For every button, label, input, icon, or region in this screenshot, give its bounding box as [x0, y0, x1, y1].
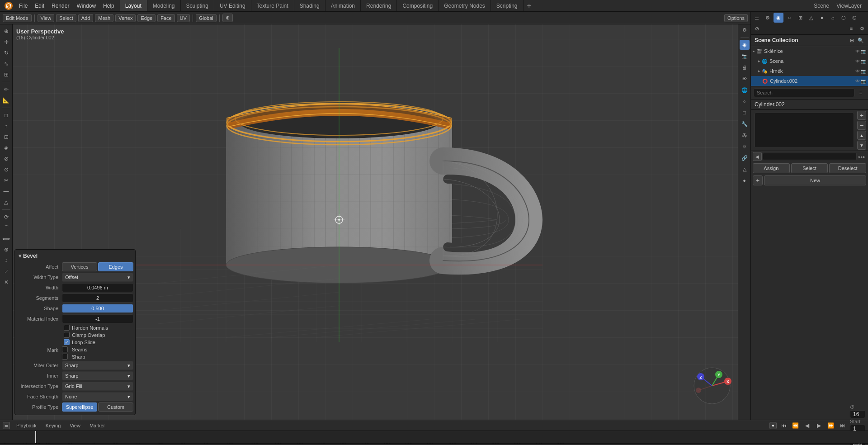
next-key-btn[interactable]: ⏩	[826, 421, 835, 430]
select-menu[interactable]: Select	[56, 14, 76, 22]
extrude-tool[interactable]: ↑	[1, 121, 11, 131]
filter-icon[interactable]: ⊞	[848, 37, 855, 44]
rp-icon-8[interactable]: ⌬	[849, 13, 859, 23]
view-props-btn[interactable]: 👁	[740, 74, 750, 84]
material-name-bar[interactable]	[763, 153, 857, 160]
scale-tool[interactable]: ⤡	[1, 59, 11, 69]
scena-eye-icon[interactable]: 👁	[855, 59, 860, 64]
new-material-plus-btn[interactable]: +	[753, 175, 763, 185]
object-props-btn[interactable]: □	[740, 108, 750, 118]
menu-window[interactable]: Window	[73, 2, 99, 10]
loop-cut-tool[interactable]: ⊘	[1, 154, 11, 164]
spin-tool[interactable]: ⟳	[1, 212, 11, 222]
rp-icon-settings[interactable]: ⚙	[857, 24, 867, 33]
scene-item-hrnek[interactable]: ▸ 🎭 Hrnék 👁 📷	[756, 66, 868, 76]
rip-tool[interactable]: ✕	[1, 277, 11, 287]
miter-inner-dropdown[interactable]: Sharp ▾	[62, 371, 133, 380]
materials-search-input[interactable]	[754, 88, 854, 97]
options-btn[interactable]: Options	[724, 14, 748, 22]
add-workspace-button[interactable]: +	[524, 0, 535, 11]
menu-render[interactable]: Render	[48, 2, 73, 10]
mat-prev-btn[interactable]: ◀	[753, 152, 762, 161]
smooth-tool[interactable]: ⌒	[1, 223, 11, 233]
bevel-tool[interactable]: ◈	[1, 143, 11, 153]
scene-item-sklenice[interactable]: ▸ 🎬 Sklénice 👁 📷	[751, 46, 868, 56]
modifier-props-btn[interactable]: 🔧	[740, 119, 750, 129]
prev-key-btn[interactable]: ⏪	[791, 421, 800, 430]
tab-texture-paint[interactable]: Texture Paint	[251, 0, 294, 11]
tab-uv-editing[interactable]: UV Editing	[214, 0, 251, 11]
assign-btn[interactable]: Assign	[753, 163, 790, 173]
shear-tool[interactable]: ⟋	[1, 266, 11, 276]
menu-edit[interactable]: Edit	[31, 2, 48, 10]
face-strength-dropdown[interactable]: None ▾	[62, 392, 133, 401]
move-up-btn[interactable]: ▲	[857, 131, 866, 140]
tab-layout[interactable]: Layout	[120, 0, 147, 11]
materials-filter-btn[interactable]: ≡	[856, 88, 865, 97]
menu-file[interactable]: File	[15, 2, 31, 10]
scene-props-btn[interactable]: 🌐	[740, 85, 750, 95]
new-material-btn[interactable]: New	[764, 175, 866, 185]
view-menu[interactable]: View	[38, 14, 55, 22]
edge-menu[interactable]: Edge	[137, 14, 156, 22]
push-pull-tool[interactable]: ↕	[1, 256, 11, 265]
timeline-track[interactable]: 0 10 16 20 30 40 50 60 70 80 90 100 110 …	[0, 431, 868, 445]
play-reverse-btn[interactable]: ◀	[803, 421, 812, 430]
hrnek-eye-icon[interactable]: 👁	[855, 69, 860, 74]
affect-edges-btn[interactable]: Edges	[98, 262, 133, 271]
mesh-menu[interactable]: Mesh	[95, 14, 113, 22]
rp-icon-3[interactable]: ⊞	[795, 13, 805, 23]
keying-menu[interactable]: Keying	[43, 422, 64, 429]
view-menu-tl[interactable]: View	[67, 422, 83, 429]
intersection-type-dropdown[interactable]: Grid Fill ▾	[62, 382, 133, 391]
segments-input[interactable]: 2	[62, 294, 133, 303]
tab-geometry-nodes[interactable]: Geometry Nodes	[439, 0, 491, 11]
playback-menu[interactable]: Playback	[14, 422, 39, 429]
world-props-btn[interactable]: ○	[740, 96, 750, 106]
select-btn[interactable]: Select	[791, 163, 828, 173]
profile-superellipse-btn[interactable]: Superellipse	[62, 402, 97, 412]
width-input[interactable]: 0.0496 m	[62, 283, 133, 292]
face-menu[interactable]: Face	[157, 14, 175, 22]
rp-icon-5[interactable]: ●	[817, 13, 827, 23]
transform-tool[interactable]: ⊞	[1, 70, 11, 80]
rotate-tool[interactable]: ↻	[1, 48, 11, 58]
miter-outer-dropdown[interactable]: Sharp ▾	[62, 361, 133, 370]
add-menu[interactable]: Add	[78, 14, 94, 22]
marker-menu[interactable]: Marker	[87, 422, 108, 429]
jump-end-btn[interactable]: ⏭	[838, 421, 847, 430]
tab-rendering[interactable]: Rendering	[361, 0, 397, 11]
tab-modeling[interactable]: Modeling	[147, 0, 181, 11]
tab-animation[interactable]: Animation	[326, 0, 361, 11]
rp-icon-filter[interactable]: ≡	[846, 24, 856, 33]
current-frame-display[interactable]: 16	[850, 410, 865, 418]
menu-help[interactable]: Help	[99, 2, 118, 10]
shape-input[interactable]: 0.500	[62, 304, 133, 313]
uv-menu[interactable]: UV	[177, 14, 190, 22]
add-slot-btn[interactable]: +	[857, 111, 866, 120]
mark-sharp-checkbox[interactable]	[62, 354, 68, 360]
object-data-btn[interactable]: △	[740, 164, 750, 174]
clamp-overlap-checkbox[interactable]	[64, 332, 70, 338]
scene-item-cylinder[interactable]: ⭕ Cylinder.002 👁 📷	[751, 76, 868, 86]
particles-btn[interactable]: ⁂	[740, 130, 750, 140]
harden-normals-checkbox[interactable]	[64, 325, 70, 331]
jump-start-btn[interactable]: ⏮	[779, 421, 788, 430]
tab-sculpting[interactable]: Sculpting	[181, 0, 214, 11]
hrnek-cam-icon[interactable]: 📷	[861, 69, 866, 74]
rp-icon-4[interactable]: △	[806, 13, 816, 23]
measure-tool[interactable]: 📐	[1, 95, 11, 105]
rp-icon-6[interactable]: ⌂	[828, 13, 838, 23]
active-properties-btn[interactable]: ◉	[740, 40, 750, 50]
cylinder-cam-icon[interactable]: 📷	[861, 79, 866, 84]
move-down-btn[interactable]: ▼	[857, 141, 866, 150]
polypen-tool[interactable]: △	[1, 197, 11, 207]
tab-shading[interactable]: Shading	[294, 0, 326, 11]
inset-tool[interactable]: ⊡	[1, 132, 11, 142]
render-props-btn[interactable]: 📷	[740, 51, 750, 61]
add-cube-tool[interactable]: □	[1, 110, 11, 120]
constraints-btn[interactable]: 🔗	[740, 153, 750, 163]
vertex-menu[interactable]: Vertex	[115, 14, 136, 22]
sklenice-cam-icon[interactable]: 📷	[861, 49, 866, 54]
play-btn[interactable]: ▶	[815, 421, 824, 430]
